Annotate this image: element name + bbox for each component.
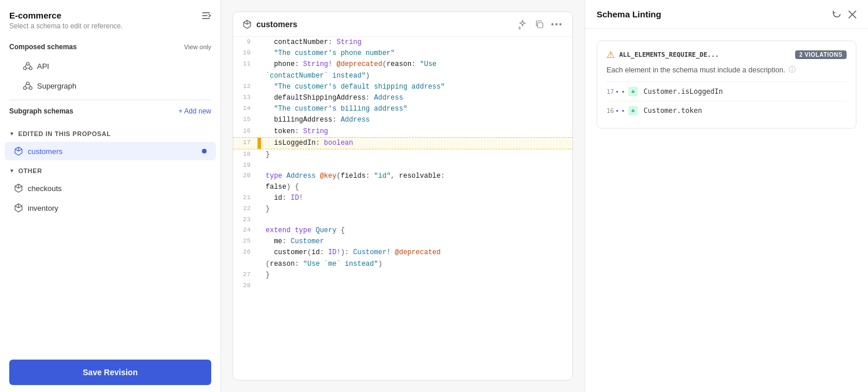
svg-point-2 [30,67,32,70]
svg-point-3 [27,82,30,85]
edited-section-toggle[interactable]: ▼ EDITED IN THIS PROPOSAL [0,124,220,141]
lint-rule-header: ⚠ ALL_ELEMENTS_REQUIRE_DE... 2 VIOLATION… [606,49,847,60]
code-line: 21 id: ID! [233,193,572,204]
code-line: 24 extend type Query { [233,225,572,236]
violation-add-icon-1[interactable]: + [628,87,638,96]
other-section-label: OTHER [18,167,42,174]
right-panel: Schema Linting ⚠ ALL_ELEMENTS_REQUIRE_DE… [584,0,868,392]
right-panel-header: Schema Linting [585,0,868,29]
collapse-icon [201,12,211,20]
violation-field-1: Customer.isLoggedIn [643,87,723,96]
right-panel-actions [832,10,856,19]
app-subtitle: Select a schema to edit or reference. [9,22,211,30]
code-line: 12 "The customer's default shipping addr… [233,82,572,93]
violation-add-icon-2[interactable]: + [628,106,638,115]
collapse-button[interactable] [201,12,211,20]
edited-section-label: EDITED IN THIS PROPOSAL [18,130,111,137]
other-section-toggle[interactable]: ▼ OTHER [0,162,220,178]
rule-name: ALL_ELEMENTS_REQUIRE_DE... [619,51,790,58]
violation-line-16: 16• [606,107,623,115]
copy-icon [535,20,544,29]
ellipsis-icon: ••• [551,20,563,29]
graph-icon-api [23,61,32,71]
code-line: 14 "The customer's billing address" [233,104,572,115]
refresh-button[interactable] [832,10,841,19]
chevron-down-icon-other: ▼ [9,168,14,174]
cube-icon-checkouts [14,184,23,193]
rule-description: Each element in the schema must include … [606,66,785,74]
subgraph-section-label: Subgraph schemas [9,107,73,115]
code-line: 28 [233,281,572,291]
lint-content: ⚠ ALL_ELEMENTS_REQUIRE_DE... 2 VIOLATION… [585,29,868,392]
svg-point-1 [24,67,27,70]
inventory-label: inventory [28,204,58,213]
sidebar-header: E-commerce Select a schema to edit or re… [0,0,220,36]
code-line: false) { [233,182,572,193]
svg-point-0 [27,63,30,65]
code-line: 9 contactNumber: String [233,37,572,48]
save-revision-button[interactable]: Save Revision [9,360,211,385]
more-options-button[interactable]: ••• [551,20,563,29]
info-icon: ⓘ [789,65,796,75]
code-line: 13 defaultShippingAddress: Address [233,93,572,104]
customers-label: customers [28,147,62,156]
sparkle-icon [517,19,528,30]
code-line: 20 type Address @key(fields: "id", resol… [233,171,572,182]
close-panel-button[interactable] [848,10,856,19]
sidebar: E-commerce Select a schema to edit or re… [0,0,221,392]
graph-icon-supergraph [23,81,32,90]
refresh-icon [832,10,841,19]
copy-button[interactable] [535,20,544,29]
chevron-down-icon: ▼ [9,131,14,137]
code-line: 27 } [233,270,572,281]
code-line: `contactNumber` instead") [233,71,572,82]
checkouts-label: checkouts [28,184,62,193]
sidebar-item-customers[interactable]: customers [5,142,216,160]
svg-rect-6 [538,23,543,28]
warning-icon: ⚠ [606,49,615,60]
code-line: 11 phone: String! @deprecated(reason: "U… [233,59,572,70]
sidebar-item-supergraph[interactable]: Supergraph [14,76,207,95]
close-icon [848,10,856,19]
app-title: E-commerce [9,10,61,20]
code-line: 22 } [233,204,572,215]
violations-badge: 2 VIOLATIONS [795,50,847,59]
code-line: 25 me: Customer [233,236,572,247]
code-line: 10 "The customer's phone number" [233,48,572,59]
magic-action-button[interactable] [517,19,528,30]
editor-cube-icon [242,20,252,29]
composed-section-label: Composed schemas [9,43,77,51]
editor-title: customers [242,20,297,29]
editor-filename: customers [256,20,297,29]
active-dot [202,149,207,153]
sidebar-item-inventory[interactable]: inventory [5,199,216,217]
code-line: 23 [233,215,572,225]
svg-point-4 [24,87,27,90]
supergraph-label: Supergraph [37,82,76,90]
code-body[interactable]: 9 contactNumber: String 10 "The customer… [233,37,572,380]
code-line: (reason: "Use `me` instead") [233,259,572,270]
sidebar-item-api[interactable]: API [14,57,207,75]
code-line: 26 customer(id: ID!): Customer! @depreca… [233,247,572,258]
code-line: 16 token: String [233,126,572,137]
code-editor: customers ••• [233,12,573,380]
code-line: 18 } [233,149,572,160]
subgraph-section: Subgraph schemas + Add new [0,100,220,124]
sidebar-item-checkouts[interactable]: checkouts [5,179,216,197]
violation-field-2: Customer.token [643,107,702,115]
lint-rule: ⚠ ALL_ELEMENTS_REQUIRE_DE... 2 VIOLATION… [597,41,856,129]
add-new-button[interactable]: + Add new [179,107,211,115]
cube-icon-customers [14,146,23,156]
view-only-label: View only [184,43,211,50]
violation-line-17: 17• [606,88,623,96]
code-line: 19 [233,160,572,171]
schema-linting-title: Schema Linting [597,9,661,19]
editor-header: customers ••• [233,12,572,37]
cube-icon-inventory [14,203,23,213]
sidebar-content: Composed schemas View only API [0,36,220,353]
editor-actions: ••• [517,19,563,30]
svg-point-5 [30,87,32,90]
composed-section: Composed schemas View only API [0,36,220,100]
violation-item-1: 17• + Customer.isLoggedIn [606,82,847,101]
main-area: customers ••• [221,0,584,392]
